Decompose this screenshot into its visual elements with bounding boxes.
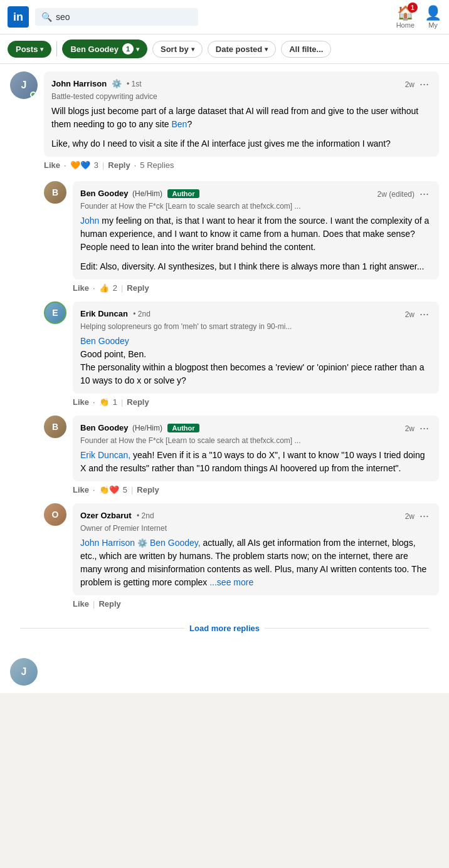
comment-text-edit: Edit: Also, diversity. AI synthesizes, b… — [80, 260, 431, 273]
comment-body: Ben Goodey (He/Him) Author 2w (edited) ·… — [73, 181, 439, 294]
more-options-button[interactable]: ··· — [417, 187, 431, 201]
commenter-name: John Harrison — [51, 79, 107, 88]
like-button[interactable]: Like — [73, 283, 89, 293]
comment-header: John Harrison ⚙️ • 1st 2w ··· — [51, 78, 431, 91]
avatar: J — [10, 658, 38, 686]
mention-ben[interactable]: Ben Goodey — [80, 336, 129, 346]
main-content: J John Harrison ⚙️ • 1st 2w ··· — [0, 64, 449, 693]
chevron-down-icon: ▾ — [191, 46, 194, 53]
like-button[interactable]: Like — [73, 397, 89, 407]
comment-time: 2w ··· — [405, 78, 431, 91]
load-more-button[interactable]: Load more replies — [189, 624, 260, 633]
reply-ozer: O Ozer Ozbarut • 2nd 2w ··· — [44, 503, 439, 610]
filter-bar: Posts ▾ Ben Goodey 1 ▾ Sort by ▾ Date po… — [0, 34, 449, 64]
comment-text: Ben Goodey Good point, Ben. The personal… — [80, 335, 431, 387]
commenter-name: Ozer Ozbarut — [80, 511, 132, 520]
author-badge: Author — [167, 189, 199, 198]
comment-bubble: Erik Duncan • 2nd 2w ··· Helping solopre… — [73, 301, 439, 394]
comment-body: Ben Goodey (He/Him) Author 2w ··· Founde… — [73, 416, 439, 496]
reply-button[interactable]: Reply — [137, 485, 159, 494]
like-button[interactable]: Like — [73, 599, 89, 609]
header: in 🔍 🏠 1 Home 👤 My — [0, 0, 449, 34]
mention-john[interactable]: John Harrison — [80, 538, 135, 548]
mention-ben[interactable]: Ben — [171, 119, 187, 129]
reply-ben-1: B Ben Goodey (He/Him) Author 2w (edited)… — [44, 181, 439, 294]
reaction-count: 1 — [113, 397, 117, 407]
avatar: E — [44, 301, 66, 324]
mention-ben[interactable]: Ben Goodey, — [150, 538, 201, 548]
comment-time: 2w (edited) ··· — [378, 187, 431, 201]
comment-bubble: Ben Goodey (He/Him) Author 2w ··· Founde… — [73, 416, 439, 481]
load-more-section: Load more replies — [10, 617, 439, 643]
comment-bubble: Ozer Ozbarut • 2nd 2w ··· Owner of Premi… — [73, 503, 439, 595]
comment-subtitle: Founder at How the F*ck [Learn to scale … — [80, 436, 431, 445]
divider-line — [265, 628, 429, 629]
chevron-down-icon: ▾ — [265, 46, 268, 53]
filter-count-badge: 1 — [122, 43, 134, 55]
author-badge: Author — [167, 424, 199, 432]
chevron-down-icon: ▾ — [136, 46, 139, 53]
comment-actions: Like · 👏 1 | Reply — [73, 396, 439, 408]
avatar: O — [44, 503, 66, 526]
degree-badge: • 2nd — [137, 511, 154, 520]
pronouns: (He/Him) — [132, 424, 162, 432]
my-nav[interactable]: 👤 My — [425, 5, 441, 29]
reactions: 👍 — [99, 283, 109, 293]
degree-badge: • 1st — [127, 80, 142, 88]
linkedin-logo: in — [8, 6, 29, 28]
reply-button[interactable]: Reply — [108, 160, 130, 170]
reaction-count: 3 — [94, 160, 98, 170]
verified-icon: ⚙️ — [112, 79, 122, 88]
avatar: B — [44, 181, 66, 204]
bottom-post-partial: J — [0, 651, 449, 693]
reply-button[interactable]: Reply — [98, 599, 120, 609]
ben-goodey-filter[interactable]: Ben Goodey 1 ▾ — [62, 39, 147, 58]
like-button[interactable]: Like — [44, 160, 60, 170]
mention-john[interactable]: John — [80, 216, 99, 226]
reaction-count: 5 — [123, 485, 127, 494]
comment-header: Ben Goodey (He/Him) Author 2w ··· — [80, 422, 431, 435]
divider-line — [20, 628, 184, 629]
comment-header: Ozer Ozbarut • 2nd 2w ··· — [80, 510, 431, 523]
comment-time: 2w ··· — [405, 422, 431, 435]
degree-badge: • 2nd — [133, 310, 151, 318]
posts-filter[interactable]: Posts ▾ — [8, 41, 51, 58]
more-options-button[interactable]: ··· — [417, 510, 431, 523]
more-options-button[interactable]: ··· — [417, 308, 431, 321]
commenter-name: Ben Goodey — [80, 423, 129, 432]
my-icon: 👤 — [425, 5, 441, 21]
comment-header: Erik Duncan • 2nd 2w ··· — [80, 308, 431, 321]
like-button[interactable]: Like — [73, 485, 89, 494]
comment-text: John Harrison ⚙️ Ben Goodey, actually, a… — [80, 536, 431, 589]
reply-erik: E Erik Duncan • 2nd 2w ··· — [44, 301, 439, 408]
comment-actions: Like · 👍 2 | Reply — [73, 282, 439, 294]
pronouns: (He/Him) — [132, 189, 162, 198]
reactions: 🧡💙 — [70, 160, 90, 170]
comment-actions: Like · 🧡💙 3 | Reply · 5 Replies — [44, 159, 439, 171]
date-posted-filter[interactable]: Date posted ▾ — [208, 41, 276, 58]
search-box[interactable]: 🔍 — [35, 8, 198, 26]
reply-button[interactable]: Reply — [127, 397, 149, 407]
all-filters-filter[interactable]: All filte... — [281, 41, 331, 58]
more-options-button[interactable]: ··· — [417, 422, 431, 435]
my-label: My — [428, 21, 438, 29]
comment-header: Ben Goodey (He/Him) Author 2w (edited) ·… — [80, 187, 431, 201]
comment-text: John my feeling on that, is that I want … — [80, 214, 431, 254]
commenter-name: Erik Duncan — [80, 309, 128, 318]
home-nav[interactable]: 🏠 1 Home — [396, 5, 415, 29]
comment-thread: J John Harrison ⚙️ • 1st 2w ··· — [0, 64, 449, 651]
mention-erik[interactable]: Erik Duncan, — [80, 450, 130, 460]
comment-time: 2w ··· — [405, 510, 431, 523]
see-more-link[interactable]: ...see more — [209, 577, 253, 587]
more-options-button[interactable]: ··· — [417, 78, 431, 91]
comment-actions: Like | Reply — [73, 598, 439, 610]
search-input[interactable] — [56, 12, 192, 22]
comment-text: Will blogs just become part of a large d… — [51, 105, 431, 131]
comment-time: 2w ··· — [405, 308, 431, 321]
reply-button[interactable]: Reply — [127, 283, 149, 293]
comment-text: Erik Duncan, yeah! Even if it is a "10 w… — [80, 449, 431, 475]
comment-bubble: John Harrison ⚙️ • 1st 2w ··· Battle-tes… — [44, 71, 439, 157]
sort-by-filter[interactable]: Sort by ▾ — [152, 41, 203, 58]
comment-body: John Harrison ⚙️ • 1st 2w ··· Battle-tes… — [44, 71, 439, 171]
comment-text-2: Like, why do I need to visit a site if t… — [51, 137, 431, 150]
